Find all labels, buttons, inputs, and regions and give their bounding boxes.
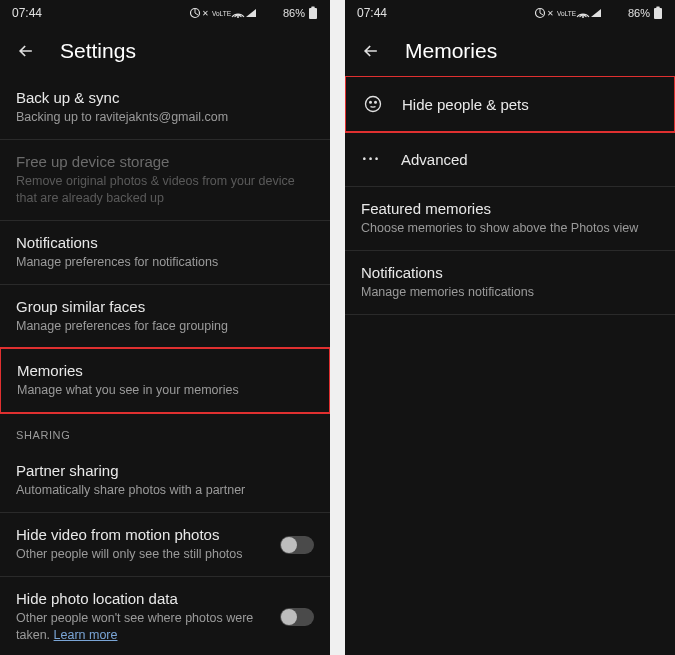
item-subtitle: Automatically share photos with a partne… — [16, 482, 314, 499]
item-subtitle: Other people won't see where photos were… — [16, 610, 267, 644]
svg-point-5 — [237, 16, 239, 18]
setting-backup-sync[interactable]: Back up & sync Backing up to ravitejaknt… — [0, 76, 330, 140]
item-title: Hide photo location data — [16, 590, 267, 607]
item-title: Back up & sync — [16, 89, 314, 106]
svg-point-14 — [582, 16, 584, 18]
item-subtitle: Remove original photos & videos from you… — [16, 173, 314, 207]
status-bar: 07:44 ✕ VoLTE 86% — [0, 0, 330, 26]
settings-screen: 07:44 ✕ VoLTE 86% Settings Back up & syn… — [0, 0, 330, 655]
battery-pct: 86% — [283, 7, 305, 19]
item-title: Advanced — [401, 151, 468, 168]
battery-icon — [308, 6, 318, 20]
setting-partner-sharing[interactable]: Partner sharing Automatically share phot… — [0, 449, 330, 513]
setting-group-faces[interactable]: Group similar faces Manage preferences f… — [0, 285, 330, 349]
memories-screen: 07:44 ✕ VoLTE 86% Memories — [345, 0, 675, 655]
setting-free-up-storage: Free up device storage Remove original p… — [0, 140, 330, 221]
svg-point-19 — [370, 102, 372, 104]
svg-rect-7 — [309, 8, 317, 19]
svg-rect-17 — [656, 7, 659, 9]
svg-marker-6 — [246, 9, 256, 17]
arrow-left-icon — [361, 41, 381, 61]
svg-rect-8 — [311, 7, 314, 9]
toggle-switch[interactable] — [280, 608, 314, 626]
svg-text:✕: ✕ — [202, 9, 209, 18]
toggle-switch[interactable] — [280, 536, 314, 554]
item-subtitle: Backing up to ravitejaknts@gmail.com — [16, 109, 314, 126]
status-right: ✕ VoLTE 86% — [190, 6, 318, 20]
header-title: Memories — [405, 39, 497, 63]
status-icons: ✕ VoLTE — [535, 6, 625, 20]
memories-notifications[interactable]: Notifications Manage memories notificati… — [345, 251, 675, 315]
header: Settings — [0, 26, 330, 76]
svg-text:VoLTE: VoLTE — [212, 10, 232, 17]
battery-pct: 86% — [628, 7, 650, 19]
status-right: ✕ VoLTE 86% — [535, 6, 663, 20]
more-horiz-icon: ••• — [361, 148, 383, 170]
learn-more-link[interactable]: Learn more — [54, 628, 118, 642]
svg-point-18 — [366, 97, 381, 112]
item-subtitle: Manage memories notifications — [361, 284, 659, 301]
item-title: Partner sharing — [16, 462, 314, 479]
status-icons: ✕ VoLTE — [190, 6, 280, 20]
item-subtitle: Manage what you see in your memories — [17, 382, 313, 399]
item-subtitle: Choose memories to show above the Photos… — [361, 220, 659, 237]
svg-line-2 — [195, 13, 198, 15]
battery-icon — [653, 6, 663, 20]
status-time: 07:44 — [12, 6, 42, 20]
memories-hide-people-pets[interactable]: Hide people & pets — [345, 76, 675, 133]
item-title: Hide people & pets — [402, 96, 529, 113]
header-title: Settings — [60, 39, 136, 63]
item-title: Notifications — [361, 264, 659, 281]
setting-notifications[interactable]: Notifications Manage preferences for not… — [0, 221, 330, 285]
item-subtitle: Manage preferences for face grouping — [16, 318, 314, 335]
svg-point-20 — [375, 102, 377, 104]
face-icon — [362, 93, 384, 115]
svg-marker-15 — [591, 9, 601, 17]
item-title: Hide video from motion photos — [16, 526, 267, 543]
svg-line-11 — [540, 13, 543, 15]
back-button[interactable] — [361, 41, 381, 61]
item-title: Memories — [17, 362, 313, 379]
arrow-left-icon — [16, 41, 36, 61]
back-button[interactable] — [16, 41, 36, 61]
setting-hide-location[interactable]: Hide photo location data Other people wo… — [0, 577, 330, 655]
item-subtitle: Manage preferences for notifications — [16, 254, 314, 271]
item-subtitle: Other people will only see the still pho… — [16, 546, 267, 563]
item-title: Group similar faces — [16, 298, 314, 315]
status-bar: 07:44 ✕ VoLTE 86% — [345, 0, 675, 26]
header: Memories — [345, 26, 675, 76]
memories-list: Hide people & pets ••• Advanced Featured… — [345, 76, 675, 655]
memories-featured[interactable]: Featured memories Choose memories to sho… — [345, 187, 675, 251]
item-title: Free up device storage — [16, 153, 314, 170]
settings-list: Back up & sync Backing up to ravitejaknt… — [0, 76, 330, 655]
section-header-sharing: SHARING — [0, 413, 330, 449]
svg-text:✕: ✕ — [547, 9, 554, 18]
status-time: 07:44 — [357, 6, 387, 20]
svg-text:VoLTE: VoLTE — [557, 10, 577, 17]
item-title: Featured memories — [361, 200, 659, 217]
svg-rect-16 — [654, 8, 662, 19]
memories-advanced[interactable]: ••• Advanced — [345, 132, 675, 187]
setting-hide-video-motion[interactable]: Hide video from motion photos Other peop… — [0, 513, 330, 577]
setting-memories[interactable]: Memories Manage what you see in your mem… — [0, 347, 330, 414]
item-title: Notifications — [16, 234, 314, 251]
